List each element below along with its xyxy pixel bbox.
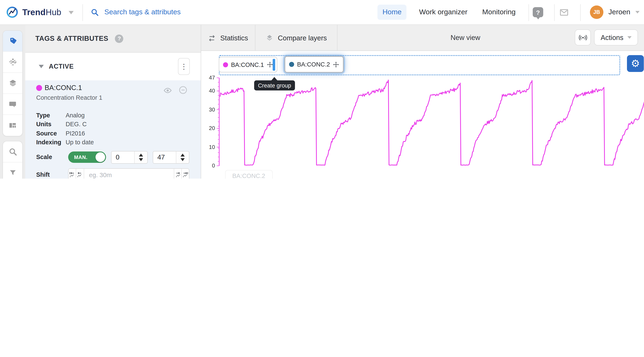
scale-min-stepper	[111, 151, 148, 164]
left-icon-rail	[0, 25, 25, 178]
section-active-header: ACTIVE	[25, 52, 201, 80]
divider	[554, 4, 554, 21]
step-up-icon[interactable]	[180, 154, 185, 156]
gear-icon: ⚙	[631, 58, 640, 68]
tag-detail-row: TypeAnalog	[36, 112, 84, 119]
series-chip-conc2-dragging[interactable]: BA:CONC.2	[284, 56, 344, 73]
nav-home[interactable]: Home	[378, 5, 407, 20]
broadcast-icon	[578, 33, 587, 42]
top-bar: TrendHub Home Work organizer Monitoring …	[0, 0, 644, 25]
divider	[580, 4, 581, 21]
move-icon[interactable]	[333, 61, 339, 68]
group-drop-zone[interactable]	[219, 55, 620, 75]
scale-min-input[interactable]	[112, 152, 134, 163]
compare-layers-button[interactable]: Compare layers	[256, 25, 337, 51]
step-up-icon[interactable]	[139, 154, 143, 156]
nav-monitoring[interactable]: Monitoring	[477, 5, 521, 20]
scale-mode-label: MAN.	[74, 154, 88, 160]
actions-chevron-down-icon	[627, 36, 632, 39]
stepper-arrows[interactable]	[176, 152, 189, 163]
rail-item-search[interactable]	[3, 141, 22, 162]
tag-detail-row: SourcePI2016	[36, 130, 85, 137]
tag-icon	[8, 36, 17, 46]
view-header: Statistics Compare layers New view Actio…	[201, 25, 644, 51]
shift-far-right-button[interactable]	[181, 169, 189, 178]
tag-card-conc1[interactable]: BA:CONC.1 Concentration Reactor 1 TypeAn…	[25, 80, 201, 178]
statistics-button[interactable]: Statistics	[201, 25, 255, 51]
shift-left-button[interactable]	[76, 169, 84, 178]
divider	[82, 4, 83, 21]
series-color-dot	[289, 62, 294, 67]
scale-max-stepper	[153, 151, 189, 164]
chip-label: BA:CONC.2	[297, 61, 330, 68]
step-down-icon[interactable]	[180, 158, 185, 161]
funnel-icon	[9, 169, 16, 177]
actions-button[interactable]: Actions	[594, 30, 638, 46]
scale-max-input[interactable]	[153, 152, 176, 163]
messages-icon[interactable]	[559, 8, 569, 19]
shift-right-button[interactable]	[174, 169, 181, 178]
shift-control	[68, 168, 189, 178]
rail-item-filter[interactable]	[3, 162, 22, 178]
app-logo[interactable]: TrendHub	[6, 6, 62, 18]
chart-settings-button[interactable]: ⚙	[627, 55, 644, 72]
series-color-dot	[36, 85, 42, 91]
nav-work-organizer[interactable]: Work organizer	[414, 5, 472, 20]
rail-item-tags[interactable]	[3, 31, 22, 52]
search-icon	[90, 8, 99, 16]
series-chip-conc2-ghost: BA:CONC.2	[225, 170, 273, 178]
panel-title: TAGS & ATTRIBUTES	[35, 34, 108, 42]
formula-icon	[8, 58, 17, 66]
app-title: TrendHub	[22, 7, 62, 17]
scale-mode-toggle[interactable]: MAN.	[68, 152, 106, 163]
tag-description: Concentration Reactor 1	[36, 94, 102, 101]
shift-amount-input[interactable]	[84, 169, 174, 178]
view-title: New view	[434, 34, 497, 42]
visibility-eye-icon[interactable]	[163, 87, 172, 94]
tags-panel-header: TAGS & ATTRIBUTES ?	[25, 25, 201, 52]
user-menu[interactable]: JB Jeroen	[590, 6, 640, 19]
active-section-menu-button[interactable]: ⋮	[178, 58, 190, 75]
tag-detail-row: UnitsDEG. C	[36, 120, 87, 128]
remove-tag-icon[interactable]	[178, 86, 188, 95]
swap-arrows-icon	[208, 34, 216, 42]
shift-far-left-button[interactable]	[68, 169, 76, 178]
tag-name: BA:CONC.1	[44, 84, 82, 92]
rail-item-layers[interactable]	[3, 73, 22, 94]
series-color-dot	[223, 62, 228, 67]
rail-item-comments[interactable]	[3, 94, 22, 115]
chip-label: BA:CONC.1	[231, 61, 264, 68]
move-icon[interactable]	[267, 62, 273, 68]
dashboard-icon	[8, 121, 17, 130]
statistics-label: Statistics	[220, 34, 248, 42]
move-icon	[268, 173, 268, 178]
tag-detail-row: IndexingUp to date	[36, 138, 94, 146]
user-name: Jeroen	[608, 8, 630, 16]
search-input[interactable]	[104, 8, 242, 17]
panel-help-icon[interactable]: ?	[115, 34, 124, 43]
divider	[337, 25, 338, 51]
tags-panel: TAGS & ATTRIBUTES ? ACTIVE ⋮ BA:CONC.1 C…	[25, 25, 201, 178]
logo-chevron-down-icon[interactable]	[68, 11, 74, 14]
app-window: TrendHub Home Work organizer Monitoring …	[0, 0, 644, 178]
shift-label: Shift	[36, 171, 66, 178]
section-active-label: ACTIVE	[49, 63, 74, 70]
series-chip-conc1[interactable]: BA:CONC.1	[219, 57, 277, 72]
create-group-tooltip: Create group	[254, 80, 295, 90]
collapse-chevron-icon[interactable]	[39, 65, 44, 68]
stepper-arrows[interactable]	[134, 152, 147, 163]
rail-item-dashboards[interactable]	[3, 115, 22, 136]
scale-label: Scale	[36, 154, 66, 160]
comment-icon	[8, 100, 17, 108]
avatar: JB	[590, 6, 604, 19]
drop-indicator-bar	[273, 59, 275, 71]
help-icon[interactable]: ?	[533, 7, 543, 17]
compare-layers-label: Compare layers	[278, 34, 327, 42]
toggle-knob	[96, 152, 105, 162]
live-broadcast-button[interactable]	[575, 30, 591, 46]
chip-label: BA:CONC.2	[232, 172, 265, 178]
user-chevron-down-icon	[635, 11, 640, 14]
compare-layers-icon	[266, 34, 274, 42]
step-down-icon[interactable]	[139, 158, 143, 161]
rail-item-formulas[interactable]	[3, 52, 22, 73]
